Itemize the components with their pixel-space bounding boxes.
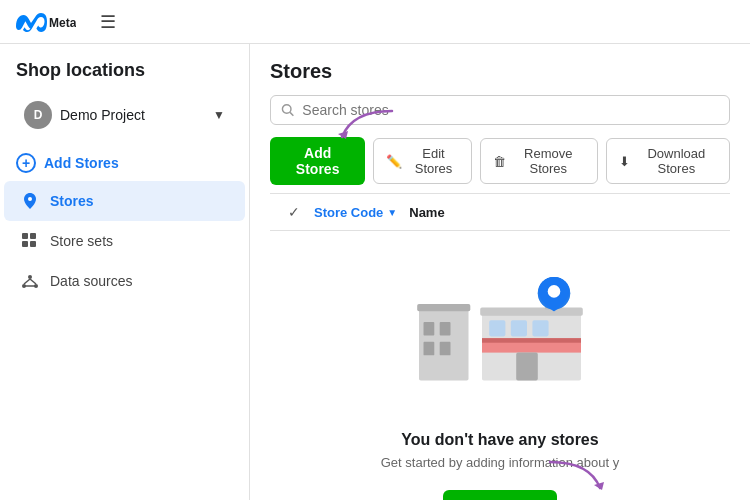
svg-rect-25 xyxy=(489,320,505,336)
svg-point-13 xyxy=(282,105,291,114)
name-column-header: Name xyxy=(409,205,444,220)
sidebar-item-store-sets[interactable]: Store sets xyxy=(4,221,245,261)
meta-logo: Meta xyxy=(16,12,76,32)
svg-rect-17 xyxy=(424,322,435,336)
empty-state: You don't have any stores Get started by… xyxy=(250,231,750,500)
check-icon: ✓ xyxy=(286,204,302,220)
svg-rect-18 xyxy=(440,322,451,336)
sidebar-item-stores[interactable]: Stores xyxy=(4,181,245,221)
sort-icon: ▼ xyxy=(387,207,397,218)
toolbar: Add Stores ✏️ Edit Stores 🗑 Remove Store… xyxy=(270,137,730,185)
download-icon: ⬇ xyxy=(619,154,630,169)
app-header: Meta ☰ xyxy=(0,0,750,44)
svg-point-2 xyxy=(28,197,32,201)
svg-rect-24 xyxy=(482,338,581,343)
svg-text:Meta: Meta xyxy=(49,16,76,30)
page-title: Stores xyxy=(270,60,730,83)
content-area: Stores Add Stores ✏️ xyxy=(250,44,750,500)
sidebar: Shop locations D Demo Project ▼ + Add St… xyxy=(0,44,250,500)
arrow-top xyxy=(332,109,412,144)
svg-rect-27 xyxy=(532,320,548,336)
svg-line-10 xyxy=(24,279,30,284)
svg-point-33 xyxy=(548,285,561,298)
arrow-bottom xyxy=(530,460,610,495)
download-stores-button[interactable]: ⬇ Download Stores xyxy=(606,138,730,184)
nodes-icon xyxy=(20,271,40,291)
project-selector[interactable]: D Demo Project ▼ xyxy=(8,93,241,137)
svg-rect-28 xyxy=(516,353,538,381)
sidebar-item-data-sources[interactable]: Data sources xyxy=(4,261,245,301)
project-name: Demo Project xyxy=(60,107,205,123)
svg-rect-5 xyxy=(22,241,28,247)
table-header: ✓ Store Code ▼ Name xyxy=(270,193,730,231)
avatar: D xyxy=(24,101,52,129)
hamburger-icon[interactable]: ☰ xyxy=(100,11,116,33)
add-stores-button[interactable]: Add Stores xyxy=(270,137,365,185)
main-layout: Shop locations D Demo Project ▼ + Add St… xyxy=(0,44,750,500)
plus-circle-icon: + xyxy=(16,153,36,173)
svg-rect-26 xyxy=(511,320,527,336)
svg-rect-21 xyxy=(417,304,470,311)
svg-rect-20 xyxy=(440,342,451,356)
svg-line-14 xyxy=(290,112,293,115)
data-sources-nav-label: Data sources xyxy=(50,273,132,289)
location-icon xyxy=(20,191,40,211)
remove-stores-button[interactable]: 🗑 Remove Stores xyxy=(480,138,598,184)
svg-line-11 xyxy=(30,279,36,284)
sidebar-title: Shop locations xyxy=(0,60,249,93)
svg-rect-6 xyxy=(30,241,36,247)
sidebar-add-stores[interactable]: + Add Stores xyxy=(0,145,249,181)
edit-stores-button[interactable]: ✏️ Edit Stores xyxy=(373,138,472,184)
content-scroll: You don't have any stores Get started by… xyxy=(250,231,750,500)
store-sets-nav-label: Store sets xyxy=(50,233,113,249)
stores-nav-label: Stores xyxy=(50,193,94,209)
svg-rect-19 xyxy=(424,342,435,356)
content-header: Stores Add Stores ✏️ xyxy=(250,44,750,231)
svg-point-7 xyxy=(28,275,32,279)
grid-icon xyxy=(20,231,40,251)
edit-icon: ✏️ xyxy=(386,154,402,169)
sidebar-add-stores-label: Add Stores xyxy=(44,155,119,171)
trash-icon: 🗑 xyxy=(493,154,506,169)
store-code-column-header[interactable]: Store Code ▼ xyxy=(314,205,397,220)
search-icon xyxy=(281,103,294,117)
svg-rect-29 xyxy=(480,308,583,316)
chevron-down-icon: ▼ xyxy=(213,108,225,122)
empty-title: You don't have any stores xyxy=(401,431,598,449)
svg-rect-3 xyxy=(22,233,28,239)
svg-rect-4 xyxy=(30,233,36,239)
store-illustration xyxy=(410,251,590,411)
